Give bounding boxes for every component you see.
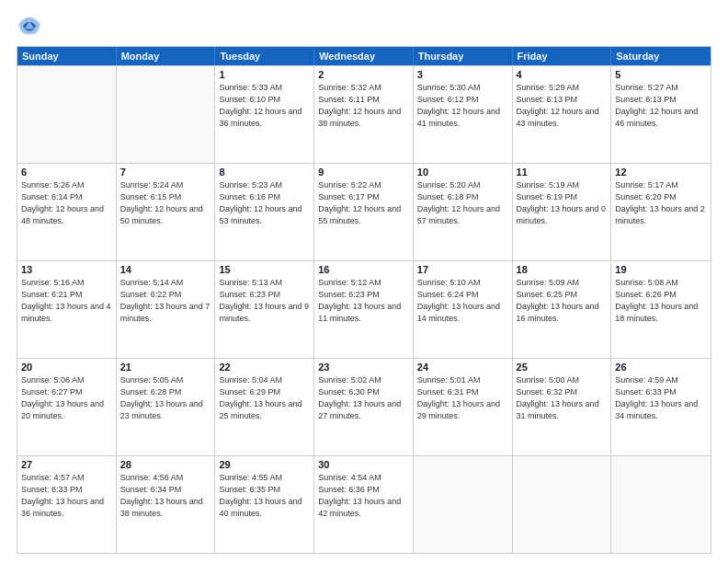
day-number: 14 <box>120 264 211 275</box>
day-number: 22 <box>219 362 310 373</box>
calendar-cell: 29Sunrise: 4:55 AMSunset: 6:35 PMDayligh… <box>215 456 314 553</box>
day-info: Sunrise: 5:20 AMSunset: 6:18 PMDaylight:… <box>417 179 508 227</box>
calendar-cell: 8Sunrise: 5:23 AMSunset: 6:16 PMDaylight… <box>215 164 314 260</box>
day-number: 11 <box>517 167 608 178</box>
day-info: Sunrise: 5:33 AMSunset: 6:10 PMDaylight:… <box>219 82 310 130</box>
day-number: 3 <box>417 69 508 80</box>
day-number: 16 <box>318 264 409 275</box>
calendar-header-row: SundayMondayTuesdayWednesdayThursdayFrid… <box>17 47 711 65</box>
calendar-cell: 21Sunrise: 5:05 AMSunset: 6:28 PMDayligh… <box>117 359 216 455</box>
calendar-cell: 28Sunrise: 4:56 AMSunset: 6:34 PMDayligh… <box>117 456 216 553</box>
calendar-cell: 16Sunrise: 5:12 AMSunset: 6:23 PMDayligh… <box>314 261 414 358</box>
calendar-cell <box>414 456 513 553</box>
day-info: Sunrise: 4:55 AMSunset: 6:35 PMDaylight:… <box>219 472 310 520</box>
calendar-cell: 10Sunrise: 5:20 AMSunset: 6:18 PMDayligh… <box>414 164 513 260</box>
calendar-header-cell: Tuesday <box>215 47 314 65</box>
calendar-body: 1Sunrise: 5:33 AMSunset: 6:10 PMDaylight… <box>17 65 711 553</box>
day-info: Sunrise: 5:30 AMSunset: 6:12 PMDaylight:… <box>417 82 508 130</box>
day-number: 12 <box>615 167 707 178</box>
day-number: 2 <box>318 69 409 80</box>
calendar-cell: 20Sunrise: 5:06 AMSunset: 6:27 PMDayligh… <box>17 359 117 455</box>
day-info: Sunrise: 4:57 AMSunset: 6:33 PMDaylight:… <box>21 472 112 520</box>
calendar-cell: 9Sunrise: 5:22 AMSunset: 6:17 PMDaylight… <box>314 164 414 260</box>
day-info: Sunrise: 5:01 AMSunset: 6:31 PMDaylight:… <box>417 374 508 422</box>
day-number: 13 <box>21 264 112 275</box>
calendar-cell <box>117 66 216 163</box>
calendar-header-cell: Saturday <box>611 47 711 65</box>
calendar-cell <box>17 66 117 163</box>
calendar-cell: 12Sunrise: 5:17 AMSunset: 6:20 PMDayligh… <box>611 164 711 260</box>
day-number: 24 <box>417 362 508 373</box>
calendar-header-cell: Wednesday <box>314 47 414 65</box>
day-info: Sunrise: 5:09 AMSunset: 6:25 PMDaylight:… <box>517 277 608 325</box>
calendar-cell: 24Sunrise: 5:01 AMSunset: 6:31 PMDayligh… <box>414 359 513 455</box>
calendar-cell: 1Sunrise: 5:33 AMSunset: 6:10 PMDaylight… <box>215 66 314 163</box>
calendar-header-cell: Friday <box>513 47 612 65</box>
day-number: 17 <box>417 264 508 275</box>
day-info: Sunrise: 5:29 AMSunset: 6:13 PMDaylight:… <box>517 82 608 130</box>
calendar-cell: 4Sunrise: 5:29 AMSunset: 6:13 PMDaylight… <box>513 66 612 163</box>
day-number: 9 <box>318 167 409 178</box>
day-info: Sunrise: 5:13 AMSunset: 6:23 PMDaylight:… <box>219 277 310 325</box>
calendar-header-cell: Sunday <box>17 47 117 65</box>
day-info: Sunrise: 4:59 AMSunset: 6:33 PMDaylight:… <box>615 374 707 422</box>
calendar: SundayMondayTuesdayWednesdayThursdayFrid… <box>17 46 711 554</box>
day-info: Sunrise: 5:04 AMSunset: 6:29 PMDaylight:… <box>219 374 310 422</box>
day-info: Sunrise: 4:54 AMSunset: 6:36 PMDaylight:… <box>318 472 409 520</box>
day-number: 19 <box>615 264 707 275</box>
calendar-cell: 25Sunrise: 5:00 AMSunset: 6:32 PMDayligh… <box>513 359 612 455</box>
day-info: Sunrise: 5:22 AMSunset: 6:17 PMDaylight:… <box>318 179 409 227</box>
calendar-header-cell: Monday <box>117 47 216 65</box>
day-number: 1 <box>219 69 310 80</box>
calendar-cell: 7Sunrise: 5:24 AMSunset: 6:15 PMDaylight… <box>117 164 216 260</box>
header <box>17 13 711 39</box>
calendar-header-cell: Thursday <box>414 47 513 65</box>
calendar-cell: 15Sunrise: 5:13 AMSunset: 6:23 PMDayligh… <box>215 261 314 358</box>
logo-icon <box>17 13 42 39</box>
day-number: 6 <box>21 167 112 178</box>
day-number: 25 <box>517 362 608 373</box>
day-info: Sunrise: 5:10 AMSunset: 6:24 PMDaylight:… <box>417 277 508 325</box>
day-info: Sunrise: 5:00 AMSunset: 6:32 PMDaylight:… <box>517 374 608 422</box>
day-number: 30 <box>318 459 409 470</box>
day-info: Sunrise: 5:27 AMSunset: 6:13 PMDaylight:… <box>615 82 707 130</box>
day-info: Sunrise: 5:17 AMSunset: 6:20 PMDaylight:… <box>615 179 707 227</box>
calendar-week: 20Sunrise: 5:06 AMSunset: 6:27 PMDayligh… <box>17 358 711 455</box>
day-info: Sunrise: 5:08 AMSunset: 6:26 PMDaylight:… <box>615 277 707 325</box>
calendar-cell <box>513 456 612 553</box>
day-number: 29 <box>219 459 310 470</box>
calendar-cell: 13Sunrise: 5:16 AMSunset: 6:21 PMDayligh… <box>17 261 117 358</box>
day-number: 15 <box>219 264 310 275</box>
day-info: Sunrise: 5:14 AMSunset: 6:22 PMDaylight:… <box>120 277 211 325</box>
day-number: 10 <box>417 167 508 178</box>
day-info: Sunrise: 5:16 AMSunset: 6:21 PMDaylight:… <box>21 277 112 325</box>
day-number: 5 <box>615 69 707 80</box>
calendar-cell <box>611 456 711 553</box>
day-number: 8 <box>219 167 310 178</box>
calendar-week: 1Sunrise: 5:33 AMSunset: 6:10 PMDaylight… <box>17 65 711 163</box>
calendar-cell: 11Sunrise: 5:19 AMSunset: 6:19 PMDayligh… <box>513 164 612 260</box>
day-number: 28 <box>120 459 211 470</box>
calendar-cell: 18Sunrise: 5:09 AMSunset: 6:25 PMDayligh… <box>513 261 612 358</box>
calendar-cell: 5Sunrise: 5:27 AMSunset: 6:13 PMDaylight… <box>611 66 711 163</box>
day-info: Sunrise: 5:19 AMSunset: 6:19 PMDaylight:… <box>517 179 608 227</box>
calendar-cell: 22Sunrise: 5:04 AMSunset: 6:29 PMDayligh… <box>215 359 314 455</box>
calendar-cell: 23Sunrise: 5:02 AMSunset: 6:30 PMDayligh… <box>314 359 414 455</box>
day-number: 26 <box>615 362 707 373</box>
day-number: 4 <box>517 69 608 80</box>
day-info: Sunrise: 5:06 AMSunset: 6:27 PMDaylight:… <box>21 374 112 422</box>
calendar-cell: 3Sunrise: 5:30 AMSunset: 6:12 PMDaylight… <box>414 66 513 163</box>
day-info: Sunrise: 5:23 AMSunset: 6:16 PMDaylight:… <box>219 179 310 227</box>
day-info: Sunrise: 5:05 AMSunset: 6:28 PMDaylight:… <box>120 374 211 422</box>
calendar-cell: 27Sunrise: 4:57 AMSunset: 6:33 PMDayligh… <box>17 456 117 553</box>
calendar-cell: 19Sunrise: 5:08 AMSunset: 6:26 PMDayligh… <box>611 261 711 358</box>
calendar-cell: 17Sunrise: 5:10 AMSunset: 6:24 PMDayligh… <box>414 261 513 358</box>
day-number: 21 <box>120 362 211 373</box>
day-number: 27 <box>21 459 112 470</box>
calendar-week: 13Sunrise: 5:16 AMSunset: 6:21 PMDayligh… <box>17 260 711 358</box>
day-info: Sunrise: 5:12 AMSunset: 6:23 PMDaylight:… <box>318 277 409 325</box>
calendar-cell: 6Sunrise: 5:26 AMSunset: 6:14 PMDaylight… <box>17 164 117 260</box>
day-info: Sunrise: 5:32 AMSunset: 6:11 PMDaylight:… <box>318 82 409 130</box>
day-number: 20 <box>21 362 112 373</box>
calendar-cell: 14Sunrise: 5:14 AMSunset: 6:22 PMDayligh… <box>117 261 216 358</box>
